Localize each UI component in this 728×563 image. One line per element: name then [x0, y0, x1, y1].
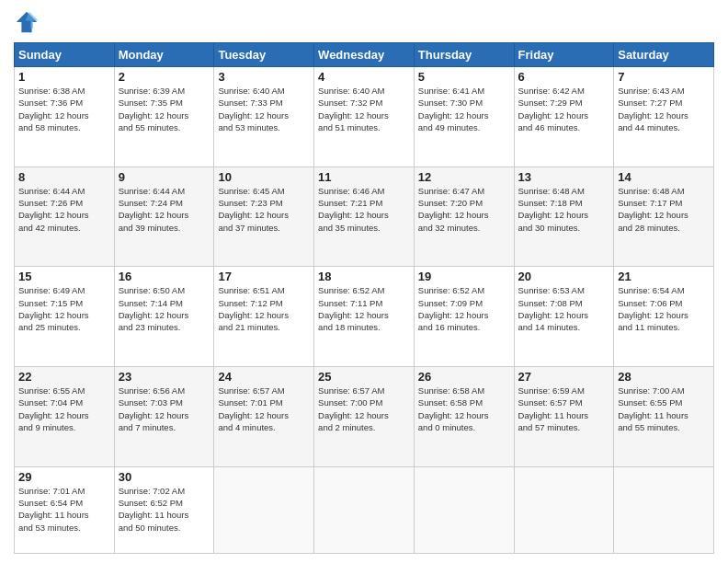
day-number: 6	[518, 70, 610, 84]
empty-cell	[614, 466, 714, 553]
day-info: Sunrise: 6:43 AMSunset: 7:27 PMDaylight:…	[618, 85, 710, 133]
day-info: Sunrise: 6:57 AMSunset: 7:00 PMDaylight:…	[318, 385, 410, 433]
weekday-header-monday: Monday	[114, 43, 214, 67]
day-cell-21: 21 Sunrise: 6:54 AMSunset: 7:06 PMDaylig…	[614, 267, 714, 367]
day-cell-23: 23 Sunrise: 6:56 AMSunset: 7:03 PMDaylig…	[114, 367, 214, 467]
day-cell-14: 14 Sunrise: 6:48 AMSunset: 7:17 PMDaylig…	[614, 167, 714, 267]
day-info: Sunrise: 6:48 AMSunset: 7:17 PMDaylight:…	[618, 185, 710, 234]
day-info: Sunrise: 6:49 AMSunset: 7:15 PMDaylight:…	[18, 284, 110, 333]
day-number: 8	[18, 170, 110, 184]
weekday-header-sunday: Sunday	[15, 43, 115, 67]
day-number: 17	[218, 270, 310, 283]
day-number: 20	[518, 270, 610, 283]
day-number: 14	[618, 170, 710, 184]
empty-cell	[514, 466, 614, 553]
empty-cell	[214, 466, 314, 553]
day-number: 30	[119, 470, 210, 484]
day-number: 1	[18, 70, 110, 84]
weekday-header-wednesday: Wednesday	[314, 43, 415, 67]
day-cell-25: 25 Sunrise: 6:57 AMSunset: 7:00 PMDaylig…	[314, 367, 415, 467]
day-info: Sunrise: 6:47 AMSunset: 7:20 PMDaylight:…	[418, 185, 510, 234]
day-number: 5	[418, 70, 510, 84]
weekday-header-thursday: Thursday	[414, 43, 514, 67]
logo	[14, 9, 43, 35]
day-info: Sunrise: 6:57 AMSunset: 7:01 PMDaylight:…	[218, 385, 310, 433]
day-number: 24	[218, 370, 310, 384]
day-info: Sunrise: 6:54 AMSunset: 7:06 PMDaylight:…	[618, 284, 710, 333]
day-cell-26: 26 Sunrise: 6:58 AMSunset: 6:58 PMDaylig…	[414, 367, 514, 467]
day-number: 22	[18, 370, 110, 384]
day-info: Sunrise: 6:41 AMSunset: 7:30 PMDaylight:…	[418, 85, 510, 133]
week-row-2: 8 Sunrise: 6:44 AMSunset: 7:26 PMDayligh…	[15, 167, 714, 267]
day-info: Sunrise: 6:45 AMSunset: 7:23 PMDaylight:…	[218, 185, 310, 234]
day-number: 29	[18, 470, 110, 484]
day-number: 15	[18, 270, 110, 283]
day-number: 21	[618, 270, 710, 283]
page: SundayMondayTuesdayWednesdayThursdayFrid…	[0, 0, 728, 563]
day-info: Sunrise: 6:59 AMSunset: 6:57 PMDaylight:…	[518, 385, 610, 433]
day-cell-24: 24 Sunrise: 6:57 AMSunset: 7:01 PMDaylig…	[214, 367, 314, 467]
weekday-header-tuesday: Tuesday	[214, 43, 314, 67]
day-number: 25	[318, 370, 410, 384]
day-cell-9: 9 Sunrise: 6:44 AMSunset: 7:24 PMDayligh…	[114, 167, 214, 267]
day-number: 18	[318, 270, 410, 283]
day-cell-27: 27 Sunrise: 6:59 AMSunset: 6:57 PMDaylig…	[514, 367, 614, 467]
day-info: Sunrise: 6:44 AMSunset: 7:26 PMDaylight:…	[18, 185, 110, 234]
day-number: 2	[119, 70, 210, 84]
day-number: 7	[618, 70, 710, 84]
day-info: Sunrise: 6:52 AMSunset: 7:11 PMDaylight:…	[318, 284, 410, 333]
empty-cell	[414, 466, 514, 553]
day-number: 12	[418, 170, 510, 184]
day-cell-11: 11 Sunrise: 6:46 AMSunset: 7:21 PMDaylig…	[314, 167, 415, 267]
day-info: Sunrise: 6:38 AMSunset: 7:36 PMDaylight:…	[18, 85, 110, 133]
day-number: 11	[318, 170, 410, 184]
day-info: Sunrise: 6:48 AMSunset: 7:18 PMDaylight:…	[518, 185, 610, 234]
day-cell-13: 13 Sunrise: 6:48 AMSunset: 7:18 PMDaylig…	[514, 167, 614, 267]
day-info: Sunrise: 6:40 AMSunset: 7:32 PMDaylight:…	[318, 85, 410, 133]
day-cell-19: 19 Sunrise: 6:52 AMSunset: 7:09 PMDaylig…	[414, 267, 514, 367]
day-number: 10	[218, 170, 310, 184]
day-cell-16: 16 Sunrise: 6:50 AMSunset: 7:14 PMDaylig…	[114, 267, 214, 367]
day-info: Sunrise: 6:56 AMSunset: 7:03 PMDaylight:…	[119, 385, 210, 433]
day-cell-29: 29 Sunrise: 7:01 AMSunset: 6:54 PMDaylig…	[15, 466, 115, 553]
day-info: Sunrise: 6:40 AMSunset: 7:33 PMDaylight:…	[218, 85, 310, 133]
day-info: Sunrise: 6:52 AMSunset: 7:09 PMDaylight:…	[418, 284, 510, 333]
logo-icon	[14, 9, 40, 35]
day-number: 26	[418, 370, 510, 384]
day-cell-30: 30 Sunrise: 7:02 AMSunset: 6:52 PMDaylig…	[114, 466, 214, 553]
day-cell-8: 8 Sunrise: 6:44 AMSunset: 7:26 PMDayligh…	[15, 167, 115, 267]
day-info: Sunrise: 7:02 AMSunset: 6:52 PMDaylight:…	[119, 485, 210, 534]
day-cell-18: 18 Sunrise: 6:52 AMSunset: 7:11 PMDaylig…	[314, 267, 415, 367]
day-number: 4	[318, 70, 410, 84]
day-cell-1: 1 Sunrise: 6:38 AMSunset: 7:36 PMDayligh…	[15, 67, 115, 167]
day-cell-6: 6 Sunrise: 6:42 AMSunset: 7:29 PMDayligh…	[514, 67, 614, 167]
day-cell-7: 7 Sunrise: 6:43 AMSunset: 7:27 PMDayligh…	[614, 67, 714, 167]
day-cell-3: 3 Sunrise: 6:40 AMSunset: 7:33 PMDayligh…	[214, 67, 314, 167]
week-row-4: 22 Sunrise: 6:55 AMSunset: 7:04 PMDaylig…	[15, 367, 714, 467]
day-number: 27	[518, 370, 610, 384]
day-number: 16	[119, 270, 210, 283]
day-info: Sunrise: 6:46 AMSunset: 7:21 PMDaylight:…	[318, 185, 410, 234]
day-cell-12: 12 Sunrise: 6:47 AMSunset: 7:20 PMDaylig…	[414, 167, 514, 267]
day-cell-15: 15 Sunrise: 6:49 AMSunset: 7:15 PMDaylig…	[15, 267, 115, 367]
day-cell-2: 2 Sunrise: 6:39 AMSunset: 7:35 PMDayligh…	[114, 67, 214, 167]
weekday-header-row: SundayMondayTuesdayWednesdayThursdayFrid…	[15, 43, 714, 67]
day-cell-28: 28 Sunrise: 7:00 AMSunset: 6:55 PMDaylig…	[614, 367, 714, 467]
day-cell-20: 20 Sunrise: 6:53 AMSunset: 7:08 PMDaylig…	[514, 267, 614, 367]
week-row-3: 15 Sunrise: 6:49 AMSunset: 7:15 PMDaylig…	[15, 267, 714, 367]
day-info: Sunrise: 6:51 AMSunset: 7:12 PMDaylight:…	[218, 284, 310, 333]
day-info: Sunrise: 6:50 AMSunset: 7:14 PMDaylight:…	[119, 284, 210, 333]
calendar: SundayMondayTuesdayWednesdayThursdayFrid…	[14, 42, 714, 554]
day-info: Sunrise: 6:53 AMSunset: 7:08 PMDaylight:…	[518, 284, 610, 333]
day-cell-22: 22 Sunrise: 6:55 AMSunset: 7:04 PMDaylig…	[15, 367, 115, 467]
day-cell-17: 17 Sunrise: 6:51 AMSunset: 7:12 PMDaylig…	[214, 267, 314, 367]
day-info: Sunrise: 6:42 AMSunset: 7:29 PMDaylight:…	[518, 85, 610, 133]
weekday-header-friday: Friday	[514, 43, 614, 67]
day-number: 13	[518, 170, 610, 184]
day-number: 9	[119, 170, 210, 184]
day-info: Sunrise: 6:55 AMSunset: 7:04 PMDaylight:…	[18, 385, 110, 433]
day-info: Sunrise: 6:44 AMSunset: 7:24 PMDaylight:…	[119, 185, 210, 234]
day-info: Sunrise: 6:58 AMSunset: 6:58 PMDaylight:…	[418, 385, 510, 433]
week-row-1: 1 Sunrise: 6:38 AMSunset: 7:36 PMDayligh…	[15, 67, 714, 167]
day-info: Sunrise: 7:00 AMSunset: 6:55 PMDaylight:…	[618, 385, 710, 433]
